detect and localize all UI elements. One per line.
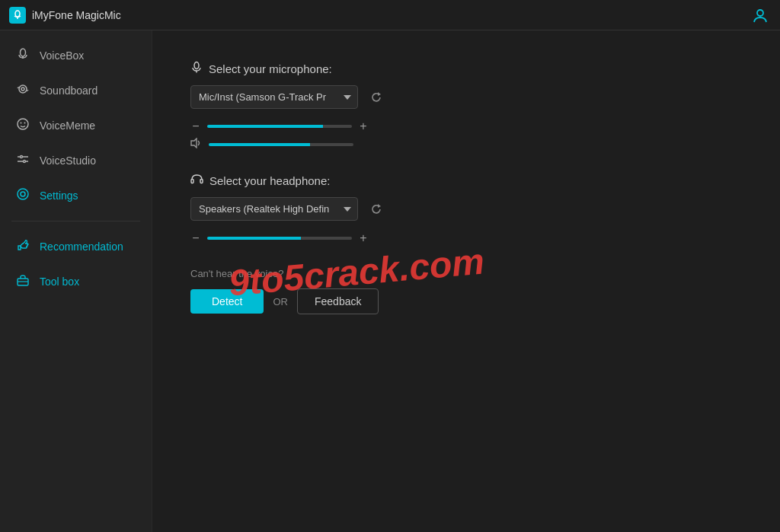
headphone-select[interactable]: Speakers (Realtek High Defin <box>190 197 358 221</box>
sidebar-item-settings[interactable]: Settings <box>0 178 152 213</box>
sidebar-item-voicebox[interactable]: VoiceBox <box>0 38 152 73</box>
headphone-volume-row: − + <box>190 231 742 245</box>
headphone-select-row: Speakers (Realtek High Defin <box>190 197 742 221</box>
settings-icon <box>15 187 30 204</box>
headphone-refresh-button[interactable] <box>366 199 387 220</box>
svg-rect-25 <box>200 180 203 183</box>
microphone-section: Select your microphone: Mic/Inst (Samson… <box>190 61 742 151</box>
detect-button[interactable]: Detect <box>190 289 264 314</box>
voicestudio-icon <box>15 152 30 169</box>
detect-section: Can't hear the voice? Detect OR Feedback <box>190 268 742 314</box>
app-title: iMyFone MagicMic <box>32 9 121 21</box>
headphone-volume-max-label: + <box>358 231 369 245</box>
mic-volume-min-label: − <box>190 119 201 133</box>
app-logo <box>9 7 26 24</box>
sidebar-item-voicememe[interactable]: VoiceMeme <box>0 108 152 143</box>
microphone-speaker-slider[interactable] <box>209 143 353 146</box>
sidebar-label-voicememe: VoiceMeme <box>40 119 95 132</box>
detect-row: Detect OR Feedback <box>190 288 742 314</box>
feedback-button[interactable]: Feedback <box>297 288 379 314</box>
sidebar-label-toolbox: Tool box <box>40 276 79 288</box>
content-area: Select your microphone: Mic/Inst (Samson… <box>152 30 780 532</box>
svg-marker-23 <box>191 139 197 148</box>
microphone-volume-slider[interactable] <box>207 125 352 128</box>
headphone-section: Select your headphone: Speakers (Realtek… <box>190 174 742 245</box>
microphone-speaker-row <box>190 138 742 151</box>
microphone-volume-row: − + <box>190 119 742 133</box>
svg-point-9 <box>24 123 26 124</box>
microphone-select[interactable]: Mic/Inst (Samson G-Track Pr <box>190 85 358 109</box>
mic-volume-max-label: + <box>358 119 369 133</box>
cant-hear-text: Can't hear the voice? <box>190 268 742 279</box>
svg-marker-22 <box>378 92 381 96</box>
headphone-volume-slider[interactable] <box>207 237 352 240</box>
microphone-refresh-button[interactable] <box>366 87 387 108</box>
microphone-label: Select your microphone: <box>209 62 332 75</box>
mic-speaker-icon <box>190 138 203 151</box>
voicememe-icon <box>15 117 30 134</box>
user-icon[interactable] <box>750 5 771 26</box>
svg-point-6 <box>21 88 24 91</box>
svg-marker-26 <box>378 204 381 208</box>
title-bar-left: iMyFone MagicMic <box>9 7 121 24</box>
microphone-section-icon <box>190 61 203 76</box>
svg-point-0 <box>15 11 20 17</box>
sidebar-label-settings: Settings <box>40 190 78 202</box>
svg-point-3 <box>21 49 26 56</box>
sidebar-label-soundboard: Soundboard <box>40 84 98 97</box>
sidebar-label-voicestudio: VoiceStudio <box>40 155 96 167</box>
or-label: OR <box>273 296 288 307</box>
svg-point-5 <box>19 85 27 93</box>
sidebar-item-toolbox[interactable]: Tool box <box>0 264 152 299</box>
svg-point-15 <box>24 161 26 163</box>
microphone-section-title: Select your microphone: <box>190 61 742 76</box>
headphone-label: Select your headphone: <box>209 174 330 187</box>
voicebox-icon <box>15 47 30 64</box>
svg-point-7 <box>18 119 28 129</box>
svg-point-2 <box>757 10 763 16</box>
svg-rect-24 <box>191 180 193 183</box>
svg-point-12 <box>21 156 23 158</box>
sidebar: VoiceBox Soundboard <box>0 30 152 532</box>
sidebar-item-recommendation[interactable]: Recommendation <box>0 229 152 264</box>
sidebar-item-voicestudio[interactable]: VoiceStudio <box>0 143 152 178</box>
main-layout: VoiceBox Soundboard <box>0 30 780 532</box>
svg-point-16 <box>18 189 28 199</box>
title-bar-right <box>750 5 771 26</box>
microphone-select-row: Mic/Inst (Samson G-Track Pr <box>190 85 742 109</box>
sidebar-label-voicebox: VoiceBox <box>40 49 84 62</box>
headphone-section-title: Select your headphone: <box>190 174 742 188</box>
soundboard-icon <box>15 82 30 99</box>
headphone-section-icon <box>190 174 203 188</box>
svg-point-8 <box>21 123 22 124</box>
svg-point-20 <box>194 62 199 69</box>
nav-divider <box>11 221 140 221</box>
toolbox-icon <box>15 273 30 290</box>
headphone-volume-min-label: − <box>190 231 201 245</box>
recommendation-icon <box>15 238 30 255</box>
sidebar-item-soundboard[interactable]: Soundboard <box>0 73 152 108</box>
title-bar: iMyFone MagicMic <box>0 0 780 30</box>
svg-point-17 <box>21 192 25 196</box>
sidebar-label-recommendation: Recommendation <box>40 241 123 253</box>
